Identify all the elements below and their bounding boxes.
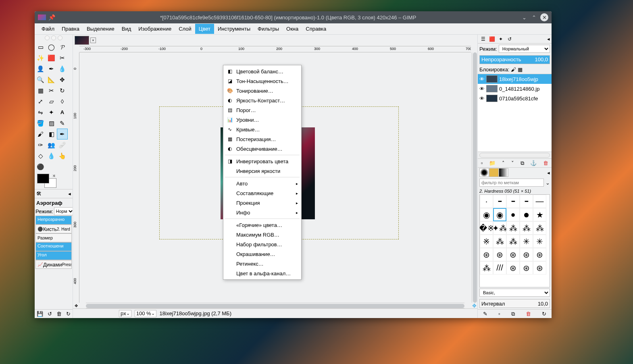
brushes-tab-icon[interactable]	[479, 168, 489, 177]
tool-zoom[interactable]: 🔍	[35, 74, 46, 85]
brush-item[interactable]: ━	[520, 195, 533, 208]
eye-icon[interactable]: 👁	[479, 86, 485, 92]
tool-dodge[interactable]: ⚫	[35, 161, 46, 172]
brush-item[interactable]: ◉	[493, 208, 506, 221]
tool-ellipse-select[interactable]: ◯	[46, 42, 57, 52]
menu-edit[interactable]: Правка	[58, 24, 83, 34]
brush-item[interactable]: ✳	[520, 235, 533, 248]
colors-menu-item[interactable]: Инфо▸	[223, 208, 301, 217]
save-preset-icon[interactable]: 💾	[37, 311, 43, 317]
layer-group-icon[interactable]: 📁	[489, 160, 496, 166]
brush-item[interactable]: ///	[493, 261, 506, 275]
toolopts-dynamics[interactable]: 📈 Динами Pressur	[35, 260, 72, 269]
eye-icon[interactable]: 👁	[479, 76, 485, 82]
colors-menu-item[interactable]: Составляющие▸	[223, 188, 301, 198]
layer-row[interactable]: 👁18ixej718oo5wjp	[478, 74, 552, 84]
toolopts-mode-select[interactable]: Норм	[54, 207, 73, 215]
layer-up-icon[interactable]: ˄	[502, 160, 505, 166]
maximize-button[interactable]: ⌃	[531, 14, 537, 21]
toolopts-ratio[interactable]: Соотношени	[35, 242, 72, 251]
colors-menu-item[interactable]: 📊Уровни…	[223, 115, 301, 125]
gradients-tab-icon[interactable]	[499, 168, 508, 177]
toolopts-tab-icon[interactable]: 🛠	[36, 191, 42, 197]
color-swatches[interactable]: ⤭	[37, 174, 56, 188]
minimize-button[interactable]: ⌄	[521, 14, 527, 21]
delete-layer-icon[interactable]: 🗑	[543, 160, 548, 166]
eye-icon[interactable]: 👁	[479, 96, 485, 102]
tool-by-color[interactable]: 🟥	[46, 52, 57, 63]
undo-tab-icon[interactable]: ↺	[506, 35, 513, 43]
brush-item[interactable]: ⁂	[520, 221, 533, 235]
tool-foreground[interactable]: 👤	[35, 63, 46, 74]
colors-menu-item[interactable]: Инверсия яркости	[223, 166, 301, 176]
duplicate-brush-icon[interactable]: ⧉	[511, 311, 515, 317]
brush-item[interactable]: ━	[506, 195, 520, 208]
tool-eraser[interactable]: ◧	[46, 129, 57, 139]
layer-opacity-slider[interactable]: Непрозрачность 100,0	[479, 55, 550, 64]
colors-menu-item[interactable]: ∿Кривые…	[223, 125, 301, 134]
brush-item[interactable]: ✳	[533, 235, 546, 248]
image-tab-close[interactable]: ×	[90, 37, 96, 43]
brush-item[interactable]: ⁂	[493, 235, 506, 248]
brush-item[interactable]: �※	[480, 221, 493, 235]
lock-alpha-icon[interactable]: ▦	[518, 67, 523, 73]
brush-filter-input[interactable]	[479, 179, 544, 187]
colors-menu-item[interactable]: «Горячие» цвета…	[223, 220, 301, 230]
tool-paintbrush[interactable]: 🖌	[35, 129, 46, 139]
menu-colors[interactable]: Цвет	[195, 24, 214, 34]
delete-preset-icon[interactable]: 🗑	[56, 311, 62, 317]
colors-menu-item[interactable]: ◐Яркость-Контраст…	[223, 96, 301, 105]
edit-brush-icon[interactable]: ✎	[483, 311, 487, 317]
reset-preset-icon[interactable]: ↻	[66, 311, 71, 317]
status-unit[interactable]: px ⌄	[119, 310, 131, 317]
layer-mode-select[interactable]: Нормальный	[499, 45, 550, 53]
tool-rotate[interactable]: ↻	[57, 85, 68, 96]
fg-color[interactable]	[37, 174, 49, 183]
new-brush-icon[interactable]: ▫	[498, 311, 500, 317]
brush-item[interactable]: ※	[480, 235, 493, 248]
titlebar[interactable]: 📌 *[0710a595c81cfe9e5c59393106f161b0-650…	[35, 11, 552, 23]
brush-item[interactable]: ⊛	[506, 261, 520, 275]
brush-item[interactable]: ⊛	[520, 248, 533, 261]
tool-flip[interactable]: ⇋	[35, 107, 46, 118]
colors-menu-item[interactable]: 🎨Тонирование…	[223, 86, 301, 96]
tool-color-picker[interactable]: 💧	[57, 63, 68, 74]
ruler-horizontal[interactable]: -300 -200 -100 0 100 200 300 400 500 600…	[79, 46, 471, 52]
brush-panel-menu-icon[interactable]: ◂	[547, 170, 550, 176]
nav-corner-icon[interactable]: ✥	[73, 303, 79, 308]
new-layer-icon[interactable]: ▫	[481, 160, 483, 166]
tool-fuzzy-select[interactable]: ✨	[35, 52, 46, 63]
panel-menu-icon[interactable]: ◂	[547, 36, 550, 42]
brush-item[interactable]: ●	[520, 208, 533, 221]
layer-row[interactable]: 👁0_1481214860.jp	[478, 84, 552, 94]
brush-preset-select[interactable]: Basic,	[479, 289, 550, 297]
tool-airbrush[interactable]: ✒	[57, 129, 68, 139]
tool-scale[interactable]: ⤢	[35, 96, 46, 107]
refresh-brush-icon[interactable]: ↻	[542, 311, 546, 317]
tool-move[interactable]: ✥	[57, 74, 68, 85]
brush-item[interactable]: ⁂	[506, 235, 520, 248]
brush-item[interactable]: ★	[533, 208, 546, 221]
restore-preset-icon[interactable]: ↺	[48, 311, 52, 317]
tool-free-select[interactable]: 𝓟	[57, 42, 68, 52]
brush-item[interactable]: ⊛	[533, 248, 546, 261]
status-zoom[interactable]: 100 % ⌄	[135, 310, 156, 317]
toolopts-brush[interactable]: ⚫ Кисть2. Hard	[35, 225, 72, 233]
colors-menu-item[interactable]: Проекция▸	[223, 198, 301, 208]
toolopts-opacity[interactable]: Непрозрачно	[35, 216, 72, 225]
brush-item[interactable]: ⊛	[506, 248, 520, 261]
tool-scissors[interactable]: ✂	[57, 52, 68, 63]
tool-crop[interactable]: ✂	[46, 85, 57, 96]
brush-item[interactable]: ●	[506, 208, 520, 221]
tool-perspective[interactable]: ◊	[57, 96, 68, 107]
toolopts-size[interactable]: Размер	[35, 233, 72, 242]
tool-align[interactable]: ▦	[35, 85, 46, 96]
layers-tab-icon[interactable]: ☰	[479, 35, 487, 43]
menu-windows[interactable]: Окна	[283, 24, 302, 34]
colors-menu-item[interactable]: Цвет в альфа-канал…	[223, 268, 301, 278]
colors-menu-item[interactable]: ▦Постеризация…	[223, 134, 301, 144]
layer-down-icon[interactable]: ˅	[511, 160, 514, 166]
tool-pencil[interactable]: ✎	[57, 118, 68, 129]
channels-tab-icon[interactable]: 🟥	[488, 35, 496, 43]
colors-menu-item[interactable]: ◧Цветовой баланс…	[223, 67, 301, 76]
